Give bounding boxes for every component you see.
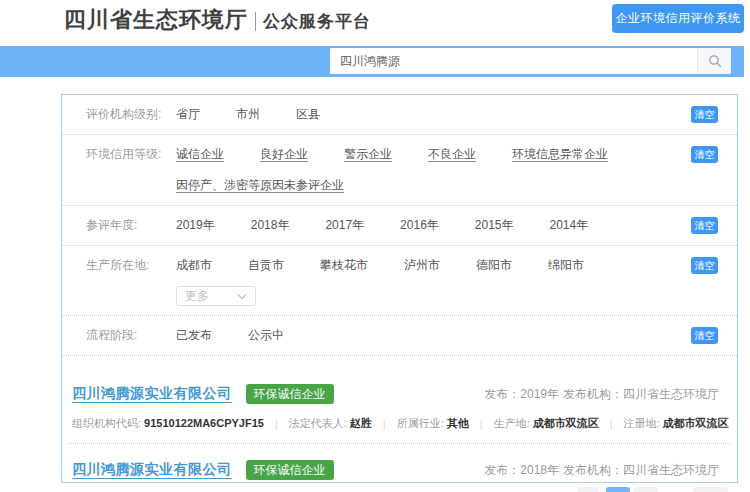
pagination-next-button[interactable] xyxy=(693,487,728,492)
filter-label: 环境信用等级: xyxy=(86,147,176,162)
publish-org: 发布机构：四川省生态环境厅 xyxy=(563,386,719,403)
filter-options: 省厅市州区县 xyxy=(176,107,677,122)
credit-badge: 环保诚信企业 xyxy=(246,460,334,480)
detail-label: 组织机构代码: xyxy=(72,417,141,429)
filter-option[interactable]: 攀枝花市 xyxy=(320,258,368,273)
detail-value: 其他 xyxy=(447,417,469,429)
filter-option[interactable]: 不良企业 xyxy=(428,147,476,162)
clear-filter-button[interactable]: 清空 xyxy=(691,257,718,274)
filter-option[interactable]: 成都市 xyxy=(176,258,212,273)
detail-value: 成都市双流区 xyxy=(533,417,599,429)
detail-label: 生产地: xyxy=(494,417,530,429)
filter-option[interactable]: 良好企业 xyxy=(260,147,308,162)
brand: 四川省生态环境厅 公众服务平台 xyxy=(64,7,371,33)
result-card-0: 四川鸿腾源实业有限公司环保诚信企业发布：2019年发布机构：四川省生态环境厅组织… xyxy=(69,368,730,444)
company-name-link[interactable]: 四川鸿腾源实业有限公司 xyxy=(72,385,232,403)
more-dropdown[interactable]: 更多 xyxy=(176,286,256,306)
company-line: 四川鸿腾源实业有限公司环保诚信企业发布：2018年发布机构：四川省生态环境厅 xyxy=(72,460,727,480)
filter-option[interactable]: 公示中 xyxy=(248,328,284,343)
detail-divider: | xyxy=(610,418,613,430)
detail-divider: | xyxy=(275,418,278,430)
credit-badge: 环保诚信企业 xyxy=(246,384,334,404)
filter-option[interactable]: 警示企业 xyxy=(344,147,392,162)
result-card-1: 四川鸿腾源实业有限公司环保诚信企业发布：2018年发布机构：四川省生态环境厅组织… xyxy=(69,444,730,492)
search-box xyxy=(330,48,731,74)
detail-divider: | xyxy=(383,418,386,430)
search-bar xyxy=(0,46,744,77)
pagination-page-2-button[interactable] xyxy=(634,487,658,492)
detail-item: 组织机构代码:91510122MA6CPYJF15 xyxy=(72,416,264,431)
main-panel: 评价机构级别:省厅市州区县清空环境信用等级:诚信企业良好企业警示企业不良企业环境… xyxy=(61,94,738,483)
page: 四川省生态环境厅 公众服务平台 企业环境信用评价系统 评价机构级别:省厅市州区县… xyxy=(0,0,750,492)
filter-option[interactable]: 2017年 xyxy=(325,218,364,233)
filter-option[interactable]: 2014年 xyxy=(550,218,589,233)
pagination-page-1-button[interactable] xyxy=(606,487,630,492)
detail-value: 91510122MA6CPYJF15 xyxy=(144,417,264,429)
site-title: 四川省生态环境厅 xyxy=(64,7,248,33)
company-line: 四川鸿腾源实业有限公司环保诚信企业发布：2019年发布机构：四川省生态环境厅 xyxy=(72,384,727,404)
detail-item: 生产地:成都市双流区 xyxy=(494,416,599,431)
pagination-prev-button[interactable] xyxy=(577,487,599,492)
publish-year: 发布：2019年 xyxy=(484,386,559,403)
filter-rows: 评价机构级别:省厅市州区县清空环境信用等级:诚信企业良好企业警示企业不良企业环境… xyxy=(62,95,737,356)
detail-label: 注册地: xyxy=(624,417,660,429)
filter-option[interactable]: 省厅 xyxy=(176,107,200,122)
filter-options: 已发布公示中 xyxy=(176,328,677,343)
brand-divider xyxy=(255,12,256,31)
filter-row-4: 流程阶段:已发布公示中清空 xyxy=(62,316,737,356)
credit-system-button[interactable]: 企业环境信用评价系统 xyxy=(612,4,744,33)
clear-filter-button[interactable]: 清空 xyxy=(691,327,718,344)
clear-filter-button[interactable]: 清空 xyxy=(691,146,718,163)
clear-filter-button[interactable]: 清空 xyxy=(691,106,718,123)
filter-option[interactable]: 自贡市 xyxy=(248,258,284,273)
filter-option[interactable]: 2019年 xyxy=(176,218,215,233)
search-icon xyxy=(708,54,722,68)
filter-options: 2019年2018年2017年2016年2015年2014年 xyxy=(176,218,677,233)
site-subtitle: 公众服务平台 xyxy=(263,11,371,33)
detail-item: 所属行业:其他 xyxy=(397,416,469,431)
filter-option[interactable]: 2015年 xyxy=(475,218,514,233)
search-button[interactable] xyxy=(697,48,731,74)
company-details: 组织机构代码:91510122MA6CPYJF15|法定代表人:赵胜|所属行业:… xyxy=(72,416,727,431)
detail-label: 所属行业: xyxy=(397,417,444,429)
filter-label: 生产所在地: xyxy=(86,258,176,273)
detail-label: 法定代表人: xyxy=(289,417,347,429)
detail-value: 成都市双流区 xyxy=(663,417,729,429)
pagination xyxy=(0,487,750,492)
company-name-link[interactable]: 四川鸿腾源实业有限公司 xyxy=(72,461,232,479)
detail-item: 法定代表人:赵胜 xyxy=(289,416,372,431)
result-list: 四川鸿腾源实业有限公司环保诚信企业发布：2019年发布机构：四川省生态环境厅组织… xyxy=(62,356,737,492)
filter-option[interactable]: 市州 xyxy=(236,107,260,122)
filter-option[interactable]: 2016年 xyxy=(400,218,439,233)
filter-label: 参评年度: xyxy=(86,218,176,233)
publish-info: 发布：2019年发布机构：四川省生态环境厅 xyxy=(484,386,727,403)
filter-row-2: 参评年度:2019年2018年2017年2016年2015年2014年清空 xyxy=(62,206,737,246)
filter-options: 成都市自贡市攀枝花市泸州市德阳市绵阳市更多 xyxy=(176,258,677,303)
filter-option[interactable]: 德阳市 xyxy=(476,258,512,273)
filter-option[interactable]: 已发布 xyxy=(176,328,212,343)
filter-label: 评价机构级别: xyxy=(86,107,176,122)
detail-divider: | xyxy=(480,418,483,430)
filter-label: 流程阶段: xyxy=(86,328,176,343)
chevron-down-icon xyxy=(237,293,247,300)
clear-filter-button[interactable]: 清空 xyxy=(691,217,718,234)
publish-info: 发布：2018年发布机构：四川省生态环境厅 xyxy=(484,462,727,479)
publish-year: 发布：2018年 xyxy=(484,462,559,479)
filter-option[interactable]: 泸州市 xyxy=(404,258,440,273)
filter-option[interactable]: 环境信息异常企业 xyxy=(512,147,608,162)
filter-row-0: 评价机构级别:省厅市州区县清空 xyxy=(62,95,737,135)
header: 四川省生态环境厅 公众服务平台 企业环境信用评价系统 xyxy=(0,0,750,46)
filter-option[interactable]: 绵阳市 xyxy=(548,258,584,273)
filter-option[interactable]: 因停产、涉密等原因未参评企业 xyxy=(176,178,344,193)
filter-option[interactable]: 2018年 xyxy=(251,218,290,233)
detail-value: 赵胜 xyxy=(350,417,372,429)
filter-row-1: 环境信用等级:诚信企业良好企业警示企业不良企业环境信息异常企业因停产、涉密等原因… xyxy=(62,135,737,206)
detail-item: 注册地:成都市双流区 xyxy=(624,416,729,431)
filter-row-3: 生产所在地:成都市自贡市攀枝花市泸州市德阳市绵阳市更多清空 xyxy=(62,246,737,316)
more-dropdown-label: 更多 xyxy=(185,288,209,305)
filter-options: 诚信企业良好企业警示企业不良企业环境信息异常企业因停产、涉密等原因未参评企业 xyxy=(176,147,677,193)
filter-option[interactable]: 诚信企业 xyxy=(176,147,224,162)
publish-org: 发布机构：四川省生态环境厅 xyxy=(563,462,719,479)
filter-option[interactable]: 区县 xyxy=(296,107,320,122)
search-input[interactable] xyxy=(330,48,697,74)
